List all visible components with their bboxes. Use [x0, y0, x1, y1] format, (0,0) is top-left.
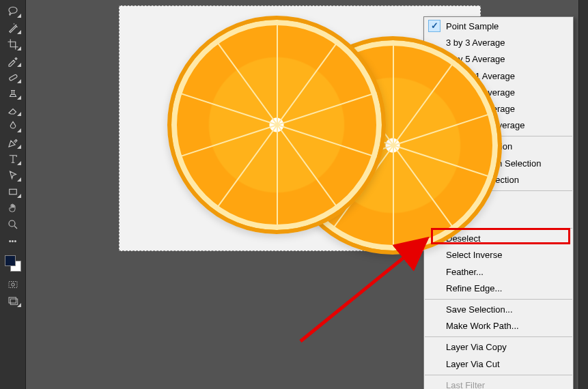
svg-line-10: [300, 239, 427, 341]
rectangle-tool[interactable]: [3, 184, 23, 199]
screen-mode-toggle[interactable]: [3, 293, 23, 308]
eyedropper-tool[interactable]: [3, 53, 23, 68]
tools-toolbar: •••: [0, 0, 26, 389]
menu-item-point-sample[interactable]: ✓Point Sample: [424, 18, 573, 35]
menu-separator: [425, 299, 572, 300]
svg-point-5: [9, 220, 15, 227]
menu-separator: [425, 336, 572, 337]
document-canvas[interactable]: [119, 5, 481, 251]
menu-item-make-work-path[interactable]: Make Work Path...: [424, 318, 573, 334]
quick-mask-toggle[interactable]: [3, 277, 23, 292]
svg-point-1: [16, 27, 18, 28]
path-select-tool[interactable]: [3, 168, 23, 183]
blur-tool[interactable]: [3, 119, 23, 134]
selection-marquee: [170, 18, 383, 231]
checkmark-icon: ✓: [428, 20, 440, 32]
menu-item-layer-via-cut[interactable]: Layer Via Cut: [424, 356, 573, 373]
svg-rect-8: [9, 298, 16, 303]
svg-rect-9: [10, 299, 18, 304]
svg-rect-3: [9, 74, 18, 81]
menu-item-refine-edge[interactable]: Refine Edge...: [424, 280, 573, 297]
type-tool[interactable]: [3, 152, 23, 167]
svg-rect-4: [9, 189, 16, 194]
color-swatches[interactable]: [3, 254, 23, 273]
menu-separator: [425, 375, 572, 375]
menu-item-last-filter: Last Filter: [424, 377, 573, 389]
more-tools[interactable]: •••: [3, 233, 23, 248]
menu-item-save-selection[interactable]: Save Selection...: [424, 302, 573, 318]
svg-rect-6: [9, 282, 17, 288]
clone-stamp-tool[interactable]: [3, 86, 23, 101]
hand-tool[interactable]: [3, 201, 23, 216]
spot-heal-tool[interactable]: [3, 70, 23, 85]
pen-tool[interactable]: [3, 135, 23, 150]
menu-item-select-inverse[interactable]: Select Inverse: [424, 247, 573, 263]
menu-item-feather[interactable]: Feather...: [424, 264, 573, 280]
menu-item-layer-via-copy[interactable]: Layer Via Copy: [424, 339, 573, 356]
zoom-tool[interactable]: [3, 217, 23, 232]
right-panel-strip: [578, 0, 588, 389]
svg-point-0: [15, 25, 16, 26]
svg-point-2: [13, 23, 14, 25]
crop-tool[interactable]: [3, 37, 23, 52]
magic-wand-tool[interactable]: [3, 20, 23, 35]
svg-point-7: [11, 283, 14, 287]
menu-item-3-by-3-average[interactable]: 3 by 3 Average: [424, 35, 573, 51]
foreground-color-swatch[interactable]: [5, 255, 16, 266]
eraser-tool[interactable]: [3, 102, 23, 117]
lasso-tool[interactable]: [3, 4, 23, 19]
